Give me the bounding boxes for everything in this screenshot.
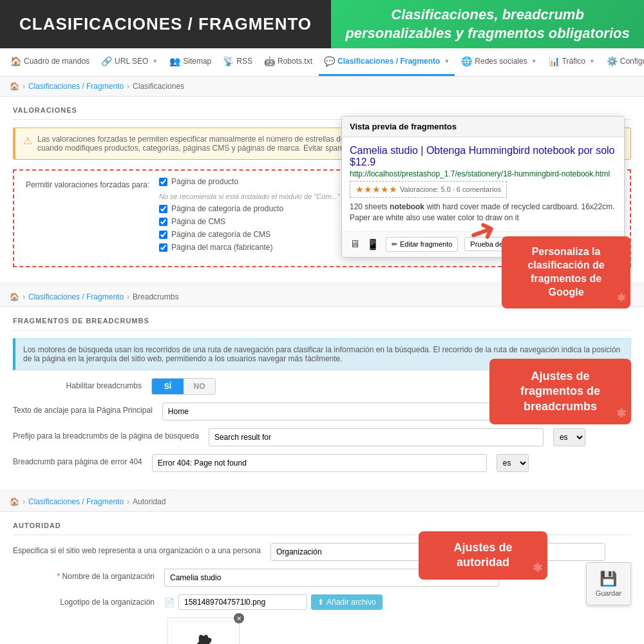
home-icon: 🏠: [10, 56, 21, 66]
autoridad-panel: AUTORIDAD Ajustes de autoridad ✱ Especif…: [0, 512, 644, 644]
section-valoraciones: 🏠 › Clasificaciones / Fragmento › Clasif…: [0, 77, 644, 282]
checkbox-producto-label: Página de producto: [171, 177, 238, 186]
add-file-label: Añadir archivo: [327, 598, 376, 607]
chevron-down-icon-4: ▼: [589, 58, 595, 64]
mobile-icon[interactable]: 📱: [366, 238, 379, 251]
prefix-input[interactable]: [209, 428, 544, 446]
save-float-button[interactable]: 💾 Guardar: [586, 562, 631, 605]
preview-rating-box: ★★★★★ Valoracione: 5.0 · 6 comentarios: [350, 181, 507, 198]
nav-cuadro[interactable]: 🏠 Cuadro de mandos: [5, 48, 95, 76]
valoraciones-panel: VALORACIONES ⚠ Las valoraciones forzadas…: [0, 97, 644, 282]
preview-url: http://localhost/prestashop_1.7/es/stati…: [350, 169, 616, 178]
checkbox-cms-input[interactable]: [159, 218, 167, 226]
logo-svg: [184, 630, 223, 645]
chevron-down-icon: ▼: [152, 58, 158, 64]
nav-sitemap-label: Sitemap: [183, 57, 211, 66]
banner-subtitle-area: Clasificaciones, breadcrumb personalizab…: [331, 0, 644, 48]
org-name-label: * Nombre de la organización: [13, 569, 155, 582]
toggle-no-button[interactable]: NO: [184, 379, 215, 394]
breadcrumbs-panel: FRAGMENTOS DE BREADCRUMBS Los motores de…: [0, 307, 644, 489]
breadcrumb-3: 🏠 › Clasificaciones / Fragmento › Autori…: [0, 492, 644, 512]
org-logo-group: Logotipo de la organización 📄 1581489704…: [13, 594, 631, 610]
checkbox-categoria: Página de categoría de producto: [159, 204, 340, 213]
nav-robots[interactable]: 🤖 Robots.txt: [259, 48, 317, 76]
nav-configuraciones-label: Configuraciones: [620, 57, 644, 66]
chevron-down-icon-2: ▼: [444, 58, 450, 64]
save-icon: 💾: [600, 571, 617, 587]
file-icon: 📄: [164, 598, 175, 607]
breadcrumb-clasificaciones-link[interactable]: Clasificaciones / Fragmento: [28, 82, 124, 91]
logo-filename: 15814897047571l0.png: [178, 594, 307, 610]
edit-icon: ✏: [392, 240, 397, 249]
section-breadcrumbs: 🏠 › Clasificaciones / Fragmento › Breadc…: [0, 287, 644, 489]
callout-autoridad-text: Ajustes de autoridad: [453, 541, 512, 569]
nav-url-seo-label: URL SEO: [115, 57, 148, 66]
checkbox-producto-input[interactable]: [159, 178, 167, 186]
nav-redes[interactable]: 🌐 Redes sociales ▼: [456, 48, 542, 76]
nav-cuadro-label: Cuadro de mandos: [24, 57, 90, 66]
checkbox-cms-cat: Página de categoría de CMS: [159, 230, 340, 239]
error404-input[interactable]: [152, 454, 487, 472]
checkbox-marca-input[interactable]: [159, 243, 167, 252]
home-breadcrumb-icon-3: 🏠: [10, 497, 19, 506]
checkbox-cms-cat-label: Página de categoría de CMS: [171, 230, 270, 239]
prefix-group: Prefijo para la breadcrumbs de la página…: [13, 428, 631, 446]
breadcrumb-clasificaciones-current: Clasificaciones: [133, 82, 184, 91]
prefix-lang-select[interactable]: es ▼: [553, 428, 585, 446]
checkbox-note: No se recomienda si está instalado el mó…: [159, 193, 340, 200]
preview-title[interactable]: Camelia studio | Obtenga Hummingbird not…: [350, 145, 616, 168]
link-icon: 🔗: [101, 56, 112, 66]
nav-configuraciones[interactable]: ⚙️ Configuraciones ▼: [601, 48, 644, 76]
callout-google: Personaliza la clasificación de fragment…: [502, 236, 630, 308]
callout-breadcrumbs: Ajustes de fragmentos de breadcrumbs ✱: [489, 359, 631, 424]
logo-close-button[interactable]: ✕: [234, 613, 244, 623]
checkbox-cms-cat-input[interactable]: [159, 231, 167, 239]
rating-text: Valoracione: 5.0 · 6 comentarios: [400, 185, 501, 193]
navbar: 🏠 Cuadro de mandos 🔗 URL SEO ▼ 👥 Sitemap…: [0, 48, 644, 77]
sitemap-icon: 👥: [169, 56, 180, 66]
nav-redes-label: Redes sociales: [475, 57, 527, 66]
checkbox-producto: Página de producto: [159, 177, 340, 186]
nav-rss[interactable]: 📡 RSS: [218, 48, 258, 76]
anchor-input[interactable]: [162, 402, 497, 421]
nav-clasificaciones[interactable]: 💬 Clasificaciones / Fragmento ▼: [319, 48, 455, 76]
banner-subtitle: Clasificaciones, breadcrumb personalizab…: [344, 6, 631, 43]
nav-url-seo[interactable]: 🔗 URL SEO ▼: [96, 48, 163, 76]
nav-trafico[interactable]: 📊 Tráfico ▼: [544, 48, 600, 76]
social-icon: 🌐: [461, 56, 472, 66]
org-logo-label: Logotipo de la organización: [13, 594, 155, 608]
checkbox-categoria-input[interactable]: [159, 205, 167, 213]
warning-icon: ⚠: [23, 135, 32, 147]
banner-title-text: CLASIFICACIONES / FRAGMENTO: [19, 14, 312, 34]
callout-google-text: Personaliza la clasificación de fragment…: [527, 246, 604, 297]
callout-autoridad: Ajustes de autoridad ✱: [419, 531, 547, 580]
toggle-yes-button[interactable]: SÍ: [152, 379, 184, 394]
nav-robots-label: Robots.txt: [278, 57, 312, 66]
checkbox-cms-label: Página de CMS: [171, 217, 225, 226]
breadcrumb-autoridad: Autoridad: [133, 497, 166, 506]
breadcrumb-1: 🏠 › Clasificaciones / Fragmento › Clasif…: [0, 77, 644, 97]
main-content: 🏠 › Clasificaciones / Fragmento › Clasif…: [0, 77, 644, 644]
breadcrumb-breadcrumbs: Breadcrumbs: [133, 292, 178, 301]
nav-sitemap[interactable]: 👥 Sitemap: [164, 48, 216, 76]
edit-fragment-label: Editar fragmento: [400, 240, 452, 248]
chat-icon: 💬: [324, 56, 335, 66]
desktop-icon[interactable]: 🖥: [350, 238, 360, 250]
nav-clasificaciones-label: Clasificaciones / Fragmento: [337, 57, 440, 66]
breadcrumb-clasificaciones-link-2[interactable]: Clasificaciones / Fragmento: [28, 292, 124, 301]
nav-trafico-label: Tráfico: [562, 57, 585, 66]
enable-label: Habilitar breadcrumbs: [13, 378, 142, 392]
error404-lang-select[interactable]: es ▼: [497, 454, 529, 472]
banner: CLASIFICACIONES / FRAGMENTO Clasificacio…: [0, 0, 644, 48]
save-label: Guardar: [596, 589, 621, 597]
callout-breadcrumbs-text: Ajustes de fragmentos de breadcrumbs: [520, 370, 600, 413]
breadcrumb-clasificaciones-link-3[interactable]: Clasificaciones / Fragmento: [28, 497, 124, 506]
anchor-label: Texto de anclaje para la Página Principa…: [13, 402, 153, 416]
checkbox-marca-label: Página del marca (fabricante): [171, 243, 272, 252]
logo-preview-container: ✕ Camila StudioURBAN CLOTHING: [167, 618, 631, 644]
nav-rss-label: RSS: [236, 57, 252, 66]
add-file-button[interactable]: ⬆ Añadir archivo: [311, 594, 383, 610]
banner-title: CLASIFICACIONES / FRAGMENTO: [0, 0, 331, 48]
upload-icon: ⬆: [317, 598, 324, 607]
edit-fragment-button[interactable]: ✏ Editar fragmento: [386, 237, 458, 252]
